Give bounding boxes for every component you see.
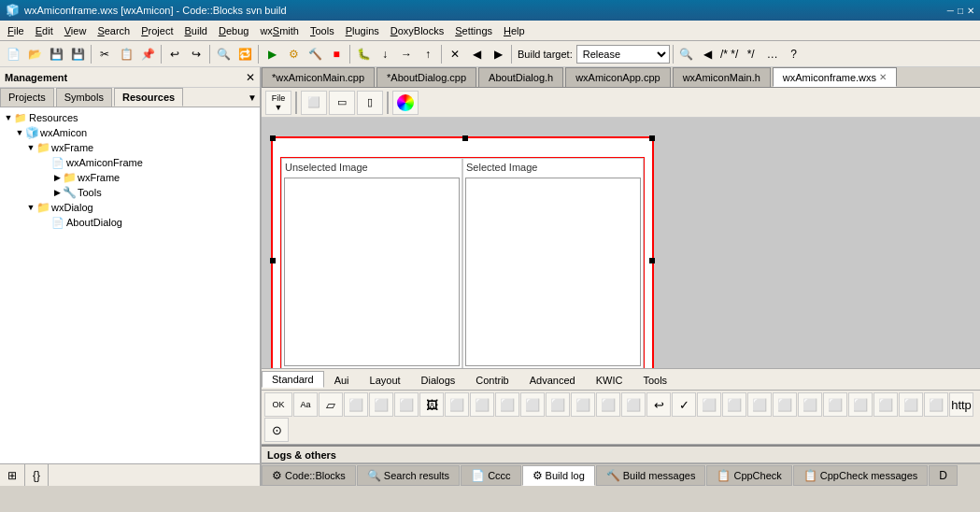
- tree-item-aboutdialog[interactable]: 📄 AboutDialog: [3, 215, 257, 230]
- tab-close-wxs[interactable]: ✕: [879, 72, 887, 82]
- step-btn[interactable]: ↓: [375, 44, 395, 64]
- stepover-btn[interactable]: →: [396, 44, 417, 64]
- tree-item-wxamicon[interactable]: ▼ 🧊 wxAmicon: [3, 125, 257, 140]
- log-tab-buildmsg[interactable]: 🔨 Build messages: [596, 465, 706, 486]
- toggle-wxframe2[interactable]: ▼: [25, 142, 36, 153]
- widget-chk[interactable]: ✓: [672, 392, 696, 417]
- grid-view-tab[interactable]: ⊞: [0, 464, 25, 486]
- menu-wxsmith[interactable]: wxSmith: [254, 23, 305, 38]
- widget-btn6[interactable]: ⬜: [495, 392, 519, 417]
- tree-item-tools[interactable]: ▶ 🔧 Tools: [3, 185, 257, 200]
- wtab-aui[interactable]: Aui: [324, 372, 360, 388]
- menu-view[interactable]: View: [59, 23, 92, 38]
- wtab-dialogs[interactable]: Dialogs: [411, 372, 466, 388]
- minimize-btn[interactable]: ─: [947, 6, 954, 16]
- select-etool[interactable]: ⬜: [301, 91, 327, 115]
- widget-btn9[interactable]: ⬜: [571, 392, 595, 417]
- redo-btn[interactable]: ↪: [186, 44, 206, 64]
- wtab-tools[interactable]: Tools: [632, 372, 677, 388]
- tab-symbols[interactable]: Symbols: [56, 88, 112, 107]
- widget-btn19[interactable]: ⬜: [848, 392, 873, 417]
- widget-btn21[interactable]: ⬜: [899, 392, 923, 417]
- widget-frame[interactable]: ▱: [319, 392, 343, 417]
- wtab-standard[interactable]: Standard: [262, 371, 324, 388]
- prev-btn[interactable]: ◀: [698, 44, 718, 64]
- code-view-tab[interactable]: {}: [25, 464, 49, 486]
- build-target-select[interactable]: Release Debug: [576, 45, 670, 64]
- tab-projects[interactable]: Projects: [0, 88, 54, 107]
- widget-btn16[interactable]: ⬜: [773, 392, 797, 417]
- paste-btn[interactable]: 📌: [137, 44, 158, 64]
- widget-btn2[interactable]: ⬜: [369, 392, 393, 417]
- abort-btn[interactable]: ✕: [445, 44, 465, 64]
- widget-btn13[interactable]: ⬜: [697, 392, 721, 417]
- resize-handle-ml[interactable]: [270, 258, 276, 263]
- toggle-resources[interactable]: ▼: [3, 112, 14, 123]
- menu-help[interactable]: Help: [498, 23, 531, 38]
- layout-v-etool[interactable]: ▯: [357, 91, 383, 115]
- cut-btn[interactable]: ✂: [94, 44, 115, 64]
- save-all-btn[interactable]: 💾: [67, 44, 88, 64]
- replace-btn[interactable]: 🔁: [234, 44, 255, 64]
- wtab-layout[interactable]: Layout: [360, 372, 411, 388]
- stop-btn[interactable]: ■: [326, 44, 347, 64]
- log-tab-codeblocks[interactable]: ⚙ Code::Blocks: [262, 465, 356, 486]
- widget-btn7[interactable]: ⬜: [520, 392, 545, 417]
- menu-search[interactable]: Search: [92, 23, 135, 38]
- menu-debug[interactable]: Debug: [213, 23, 254, 38]
- menu-file[interactable]: File: [2, 23, 30, 38]
- tree-item-wxframe-3[interactable]: ▶ 📁 wxFrame: [3, 170, 257, 185]
- widget-btn4[interactable]: ⬜: [445, 392, 469, 417]
- build-btn[interactable]: ⚙: [283, 44, 304, 64]
- widget-btn3[interactable]: ⬜: [394, 392, 419, 417]
- file-etool[interactable]: File ▼: [265, 91, 291, 115]
- wtab-kwic[interactable]: KWIC: [586, 372, 633, 388]
- toggle-tools[interactable]: ▶: [51, 187, 63, 198]
- comment-btn[interactable]: /* */: [719, 44, 740, 64]
- widget-btn1[interactable]: ⬜: [344, 392, 368, 417]
- widget-btn12[interactable]: ↩: [646, 392, 671, 417]
- wtab-contrib[interactable]: Contrib: [465, 372, 518, 388]
- widget-btn8[interactable]: ⬜: [546, 392, 570, 417]
- layout-h-etool[interactable]: ▭: [329, 91, 355, 115]
- menu-plugins[interactable]: Plugins: [340, 23, 385, 38]
- find-btn[interactable]: 🔍: [213, 44, 234, 64]
- tab-resources[interactable]: Resources: [114, 88, 183, 107]
- more-btn[interactable]: …: [762, 44, 783, 64]
- widget-aa[interactable]: Aa: [293, 392, 318, 417]
- log-tab-d[interactable]: D: [929, 465, 958, 486]
- menu-doxyblocks[interactable]: DoxyBlocks: [385, 23, 449, 38]
- widget-btn20[interactable]: ⬜: [873, 392, 898, 417]
- widget-btn23[interactable]: http: [949, 392, 973, 417]
- widget-img[interactable]: 🖼: [419, 392, 444, 417]
- resize-handle-mr[interactable]: [649, 258, 655, 263]
- resize-handle-tl[interactable]: [270, 135, 276, 141]
- back-btn[interactable]: ◀: [466, 44, 487, 64]
- close-btn[interactable]: ✕: [967, 6, 974, 16]
- menu-build[interactable]: Build: [179, 23, 213, 38]
- tree-item-wxamiconframe[interactable]: 📄 wxAmiconFrame: [3, 155, 257, 170]
- tab-aboutdialog-h[interactable]: AboutDialog.h: [478, 67, 563, 87]
- new-btn[interactable]: 📄: [3, 44, 23, 64]
- unselected-image-content[interactable]: [284, 178, 460, 366]
- mgmt-down-arrow[interactable]: ▼: [248, 92, 257, 103]
- toggle-wxdialog[interactable]: ▼: [25, 202, 36, 213]
- widget-ok[interactable]: OK: [264, 392, 292, 417]
- menu-edit[interactable]: Edit: [30, 23, 59, 38]
- design-canvas[interactable]: Unselected Image Selected Image: [262, 118, 980, 368]
- selected-image-content[interactable]: [465, 178, 641, 366]
- widget-btn11[interactable]: ⬜: [621, 392, 646, 417]
- management-close-btn[interactable]: ✕: [246, 71, 255, 84]
- tab-wxamiconframe-wxs[interactable]: wxAmiconframe.wxs ✕: [773, 67, 897, 87]
- menu-settings[interactable]: Settings: [449, 23, 498, 38]
- widget-btn22[interactable]: ⬜: [924, 392, 948, 417]
- tree-item-wxframe-2[interactable]: ▼ 📁 wxFrame: [3, 140, 257, 155]
- rebuild-btn[interactable]: 🔨: [305, 44, 325, 64]
- toggle-wxframe3[interactable]: ▶: [51, 172, 63, 183]
- tab-aboutdialog-cpp[interactable]: *AboutDialog.cpp: [376, 67, 476, 87]
- widget-btn18[interactable]: ⬜: [823, 392, 847, 417]
- tree-item-resources[interactable]: ▼ 📁 Resources: [3, 110, 257, 125]
- log-tab-cccc[interactable]: 📄 Cccc: [461, 465, 520, 486]
- wtab-advanced[interactable]: Advanced: [519, 372, 586, 388]
- resize-handle-tm[interactable]: [462, 135, 468, 141]
